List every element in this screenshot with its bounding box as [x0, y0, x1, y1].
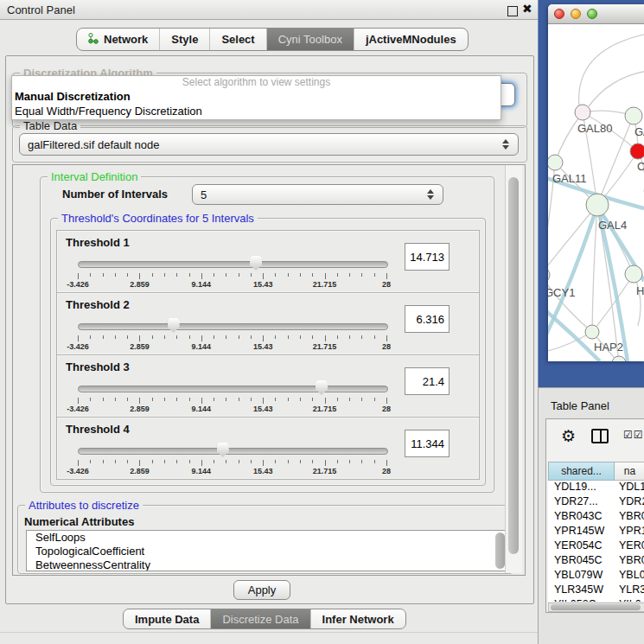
slider-thumb[interactable] [168, 318, 180, 333]
window-close-traffic-light[interactable] [554, 9, 564, 19]
table-row[interactable]: YDL19...YDL1 [548, 481, 644, 495]
table-cell-shared-name[interactable]: YBR045C [548, 554, 615, 569]
table-cell-name[interactable]: YLR3 [615, 583, 644, 598]
vertical-scrollbar-thumb[interactable] [508, 177, 519, 554]
column-header-name[interactable]: na [615, 462, 644, 481]
network-view-window: GAL80GACGAL11GAL4GCY1HHAP2 [548, 4, 644, 361]
dropdown-option-manual-discretization[interactable]: Manual Discretization [12, 89, 501, 104]
attribute-list-item[interactable]: TopologicalCoefficient [27, 545, 507, 558]
network-node-c[interactable] [630, 143, 644, 159]
slider-track[interactable] [78, 386, 388, 392]
table-cell-shared-name[interactable]: YDR27... [548, 495, 615, 510]
table-data-combobox[interactable]: galFiltered.sif default node [19, 133, 519, 156]
table-cell-name[interactable]: YPR1 [615, 525, 644, 539]
table-panel-inner: ⚙ ☑☑ shared... na YDL19...YDL1YDR27...YD… [545, 418, 644, 613]
threshold-value-input[interactable]: 6.316 [405, 305, 450, 333]
tab-style[interactable]: Style [160, 29, 210, 50]
slider-ticks [78, 273, 386, 280]
table-toolbar: ⚙ ☑☑ [546, 419, 644, 454]
table-row[interactable]: YLR345WYLR3 [548, 583, 644, 598]
table-row[interactable]: YBR045CYBR0 [548, 554, 644, 569]
tab-infer-network[interactable]: Infer Network [311, 609, 405, 628]
table-row[interactable]: YBR043CYBR0 [548, 510, 644, 525]
close-icon[interactable]: ✖ [522, 2, 532, 16]
tab-select[interactable]: Select [210, 29, 266, 50]
threshold-slider[interactable]: -3.4262.8599.14415.4321.71528 [78, 379, 386, 414]
window-zoom-traffic-light[interactable] [587, 9, 597, 19]
table-cell-name[interactable]: YER0 [615, 539, 644, 554]
table-row[interactable]: YPR145WYPR1 [548, 525, 644, 539]
table-row[interactable]: YIL052CYIL0 [548, 598, 644, 602]
table-cell-shared-name[interactable]: YBR043C [548, 510, 615, 525]
number-of-intervals-combobox[interactable]: 5 [192, 184, 443, 205]
threshold-panel: Threshold 2-3.4262.8599.14415.4321.71528… [56, 292, 480, 355]
column-header-shared-name[interactable]: shared... [548, 462, 615, 481]
slider-track[interactable] [78, 261, 388, 268]
network-node-ga[interactable] [625, 107, 642, 124]
slider-ticks [78, 398, 386, 405]
network-node-hap2[interactable] [585, 325, 599, 339]
network-node-label: HAP2 [594, 341, 623, 354]
threshold-slider[interactable]: -3.4262.8599.14415.4321.71528 [78, 255, 386, 290]
table-cell-shared-name[interactable]: YER054C [548, 539, 615, 554]
slider-thumb[interactable] [316, 380, 328, 395]
table-cell-shared-name[interactable]: YLR345W [548, 583, 615, 598]
slider-thumb[interactable] [250, 256, 262, 271]
network-node-gcy1[interactable] [548, 267, 550, 283]
combo-arrows-icon [427, 189, 435, 200]
table-cell-name[interactable]: YBR0 [615, 554, 644, 569]
threshold-slider[interactable]: -3.4262.8599.14415.4321.71528 [78, 317, 386, 352]
network-node-gal4[interactable] [586, 194, 609, 216]
attribute-list-item[interactable]: SelfLoops [27, 531, 507, 545]
column-checkboxes-icon[interactable]: ☑☑ [623, 429, 644, 441]
number-of-intervals-label: Number of Intervals [62, 188, 168, 201]
dropdown-option-equal-width-frequency[interactable]: Equal Width/Frequency Discretization [12, 104, 501, 118]
network-node-label: GAL11 [552, 172, 587, 185]
table-cell-name[interactable]: YBL0 [615, 569, 644, 583]
table-horizontal-scrollbar-thumb[interactable] [551, 604, 641, 610]
attribute-list-item[interactable]: BetweennessCentrality [27, 558, 507, 571]
slider-track[interactable] [78, 448, 388, 455]
slider-tick-labels: -3.4262.8599.14415.4321.71528 [78, 467, 386, 476]
slider-thumb[interactable] [217, 443, 229, 457]
tab-discretize-data[interactable]: Discretize Data [211, 609, 310, 628]
float-window-icon[interactable] [507, 6, 518, 16]
network-window-titlebar[interactable] [548, 4, 644, 24]
split-table-icon[interactable] [591, 429, 609, 443]
tab-cyni-toolbox[interactable]: Cyni Toolbox [267, 29, 354, 50]
table-row[interactable]: YBL079WYBL0 [548, 569, 644, 583]
table-row[interactable]: YER054CYER0 [548, 539, 644, 554]
threshold-value-input[interactable]: 11.344 [405, 430, 450, 457]
threshold-value-input[interactable]: 21.4 [405, 367, 450, 395]
numerical-attributes-list: SelfLoopsTopologicalCoefficientBetweenne… [26, 530, 507, 571]
threshold-value-input[interactable]: 14.713 [405, 243, 450, 271]
network-node-label: C [637, 160, 644, 173]
gear-icon[interactable]: ⚙ [561, 426, 576, 445]
node-table: shared... na YDL19...YDL1YDR27...YDR2YBR… [548, 462, 644, 602]
network-node-gal11[interactable] [548, 155, 563, 170]
table-horizontal-scrollbar[interactable] [548, 603, 644, 612]
slider-track[interactable] [78, 323, 388, 330]
tab-jactivemnodules[interactable]: jActiveMNodules [354, 29, 468, 50]
threshold-slider[interactable]: -3.4262.8599.14415.4321.71528 [78, 442, 386, 476]
table-cell-shared-name[interactable]: YDL19... [548, 481, 615, 495]
window-minimize-traffic-light[interactable] [571, 9, 581, 19]
network-canvas[interactable]: GAL80GACGAL11GAL4GCY1HHAP2 [548, 23, 644, 361]
attribute-list-scrollbar-thumb[interactable] [495, 532, 505, 569]
table-cell-shared-name[interactable]: YPR145W [548, 525, 615, 539]
table-row[interactable]: YDR27...YDR2 [548, 495, 644, 510]
table-cell-shared-name[interactable]: YIL052C [548, 598, 615, 602]
table-data-selected-value: galFiltered.sif default node [28, 138, 159, 151]
tab-impute-data[interactable]: Impute Data [124, 609, 211, 628]
apply-button[interactable]: Apply [233, 580, 290, 600]
network-node-gal80[interactable] [575, 105, 590, 120]
table-cell-name[interactable]: YBR0 [615, 510, 644, 525]
table-cell-name[interactable]: YDR2 [615, 495, 644, 510]
table-cell-name[interactable]: YDL1 [615, 481, 644, 495]
vertical-scrollbar[interactable] [505, 165, 522, 573]
network-node-label: GCY1 [548, 286, 575, 299]
network-node-h[interactable] [625, 265, 642, 283]
table-cell-name[interactable]: YIL0 [615, 598, 644, 602]
tab-network[interactable]: Network [77, 29, 160, 50]
table-cell-shared-name[interactable]: YBL079W [548, 569, 615, 583]
